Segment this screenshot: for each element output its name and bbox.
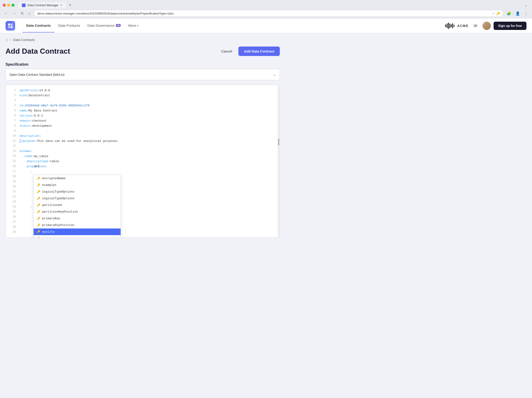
key-icon: 🔑 bbox=[37, 223, 40, 227]
code-line: 8 status: development bbox=[6, 123, 279, 128]
url-bar[interactable]: demo.datacontract-manager.com/demo431028… bbox=[34, 10, 503, 17]
indent-guide bbox=[19, 139, 21, 143]
chevron-down-icon: ▾ bbox=[137, 24, 139, 27]
reload-button[interactable]: ↻ bbox=[19, 10, 25, 17]
page-title: Add Data Contract bbox=[6, 47, 70, 56]
close-window-button[interactable] bbox=[3, 4, 6, 7]
new-tab-button[interactable]: + bbox=[67, 2, 73, 8]
minimize-window-button[interactable] bbox=[7, 4, 10, 7]
url-text: demo.datacontract-manager.com/demo431028… bbox=[37, 12, 492, 15]
key-icon: 🔑 bbox=[37, 230, 40, 234]
autocomplete-item[interactable]: 🔑 partitionKeyPosition bbox=[34, 209, 120, 215]
avatar bbox=[482, 22, 491, 30]
code-editor[interactable]: 1 apiVersion: v3.0.0 2 kind: DataContrac… bbox=[6, 85, 280, 238]
nav-data-governance[interactable]: Data Governance AI bbox=[84, 19, 125, 33]
page-content: ⌂ > Data Contracts Add Data Contract Can… bbox=[0, 33, 285, 242]
scrollbar-thumb[interactable] bbox=[278, 138, 279, 145]
scrollbar-track[interactable] bbox=[278, 85, 279, 237]
nav-data-contracts[interactable]: Data Contracts bbox=[23, 19, 55, 33]
autocomplete-label: partitioned bbox=[42, 203, 62, 207]
specification-dropdown[interactable]: Open Data Contract Standard (bitol.io) ⌄ bbox=[6, 69, 280, 80]
code-line: 2 kind: DataContract bbox=[6, 93, 279, 98]
tab-title: Data Contract Manager bbox=[27, 3, 58, 7]
home-button[interactable]: ⌂ bbox=[27, 10, 32, 16]
chevron-down-icon: ⌄ bbox=[273, 72, 276, 77]
svg-rect-3 bbox=[11, 26, 13, 28]
signup-button[interactable]: Sign up for free bbox=[494, 22, 526, 30]
nav-more[interactable]: More ▾ bbox=[125, 19, 142, 33]
browser-chrome: Data Contract Manager ✕ + ⌄ ← → ↻ ⌂ demo… bbox=[0, 0, 532, 19]
notifications-button[interactable]: ✉ bbox=[471, 22, 480, 30]
key-icon: 🔑 bbox=[37, 210, 40, 214]
specification-value: Open Data Contract Standard (bitol.io) bbox=[9, 73, 64, 77]
bookmark-icon[interactable]: ☆ bbox=[492, 11, 495, 15]
forward-button[interactable]: → bbox=[11, 10, 18, 16]
code-line: 14 - name: my_table bbox=[6, 154, 279, 159]
autocomplete-item[interactable]: 🔑 primaryKey bbox=[34, 215, 120, 222]
tab-favicon bbox=[22, 3, 25, 7]
autocomplete-item[interactable]: 🔑 partitioned bbox=[34, 202, 120, 209]
tab-close-button[interactable]: ✕ bbox=[60, 4, 62, 7]
code-line: 9 bbox=[6, 128, 279, 133]
autocomplete-label: examples bbox=[42, 183, 56, 187]
specification-label: Specification bbox=[6, 62, 280, 66]
header-actions: Cancel Add Data Contract bbox=[218, 46, 280, 56]
active-tab[interactable]: Data Contract Manager ✕ bbox=[18, 2, 66, 8]
key-icon: 🔑 bbox=[37, 203, 40, 207]
autocomplete-dropdown: 🔑 encryptedName 🔑 examples 🔑 logicalType… bbox=[33, 175, 121, 238]
specification-section: Specification Open Data Contract Standar… bbox=[6, 62, 280, 80]
key-icon: 🔑 bbox=[37, 190, 40, 194]
code-line: 11 purpose: This data can be used for an… bbox=[6, 138, 279, 144]
code-line: 4 id: 242044a9-d0e7-4a78-8196-3855844cc1… bbox=[6, 103, 279, 108]
cursor: ert bbox=[34, 165, 40, 168]
back-button[interactable]: ← bbox=[3, 10, 9, 16]
autocomplete-item[interactable]: 🔑 encryptedName bbox=[34, 175, 120, 182]
key-icon: 🔑 bbox=[37, 237, 40, 238]
autocomplete-label: quality bbox=[42, 230, 55, 234]
code-line: 17 - bbox=[6, 169, 279, 174]
breadcrumb-separator: > bbox=[10, 38, 12, 42]
autocomplete-item[interactable]: 🔑 logicalTypeOptions bbox=[34, 195, 120, 202]
app-logo[interactable] bbox=[6, 21, 15, 31]
autocomplete-item[interactable]: 🔑 primaryKeyPosition bbox=[34, 222, 120, 228]
cancel-button[interactable]: Cancel bbox=[218, 47, 236, 55]
tab-list-button[interactable]: ⌄ bbox=[523, 3, 529, 8]
key-icon: 🔑 bbox=[37, 183, 40, 187]
code-line: 15 physicalType: table bbox=[6, 159, 279, 164]
autocomplete-item[interactable]: 🔑 logicalTypeOptions bbox=[34, 188, 120, 195]
org-name: ACME bbox=[457, 24, 469, 28]
svg-rect-1 bbox=[11, 24, 13, 26]
svg-rect-0 bbox=[8, 24, 10, 26]
code-line: 16 properties: bbox=[6, 164, 279, 169]
autocomplete-item[interactable]: 🔑 examples bbox=[34, 182, 120, 188]
mail-icon: ✉ bbox=[474, 23, 477, 29]
home-icon[interactable]: ⌂ bbox=[6, 38, 8, 42]
autocomplete-item-selected[interactable]: 🔑 quality bbox=[34, 228, 120, 235]
autocomplete-label: encryptedName bbox=[42, 177, 65, 180]
code-line: 1 apiVersion: v3.0.0 bbox=[6, 88, 279, 93]
more-options-button[interactable]: ⋮ bbox=[523, 10, 529, 17]
autocomplete-item[interactable]: 🔑 required bbox=[34, 235, 120, 238]
add-contract-button[interactable]: Add Data Contract bbox=[238, 46, 280, 56]
breadcrumb: ⌂ > Data Contracts bbox=[6, 38, 280, 42]
breadcrumb-data-contracts[interactable]: Data Contracts bbox=[13, 38, 35, 42]
waveform-icon bbox=[445, 23, 455, 29]
ai-badge: AI bbox=[116, 24, 121, 27]
traffic-lights bbox=[3, 4, 14, 7]
nav-data-products[interactable]: Data Products bbox=[55, 19, 84, 33]
code-line: 6 version: 0.0.1 bbox=[6, 113, 279, 118]
maximize-window-button[interactable] bbox=[12, 4, 14, 7]
nav-right: ACME ✉ Sign up for free bbox=[445, 22, 526, 30]
code-line: 13 schema: bbox=[6, 149, 279, 154]
user-avatar-button[interactable] bbox=[482, 22, 491, 30]
app-nav: Data Contracts Data Products Data Govern… bbox=[0, 19, 532, 33]
code-line: 10 description: bbox=[6, 133, 279, 138]
address-bar: ← → ↻ ⌂ demo.datacontract-manager.com/de… bbox=[0, 8, 532, 18]
profile-button[interactable]: 👤 bbox=[514, 10, 521, 17]
code-line: 3 bbox=[6, 98, 279, 103]
autocomplete-label: required bbox=[42, 237, 56, 238]
extensions-button[interactable]: 🧩 bbox=[505, 10, 513, 17]
code-line: 5 name: My Data Contract bbox=[6, 108, 279, 113]
autocomplete-label: logicalTypeOptions bbox=[42, 190, 74, 194]
key-icon: 🔑 bbox=[37, 197, 40, 200]
